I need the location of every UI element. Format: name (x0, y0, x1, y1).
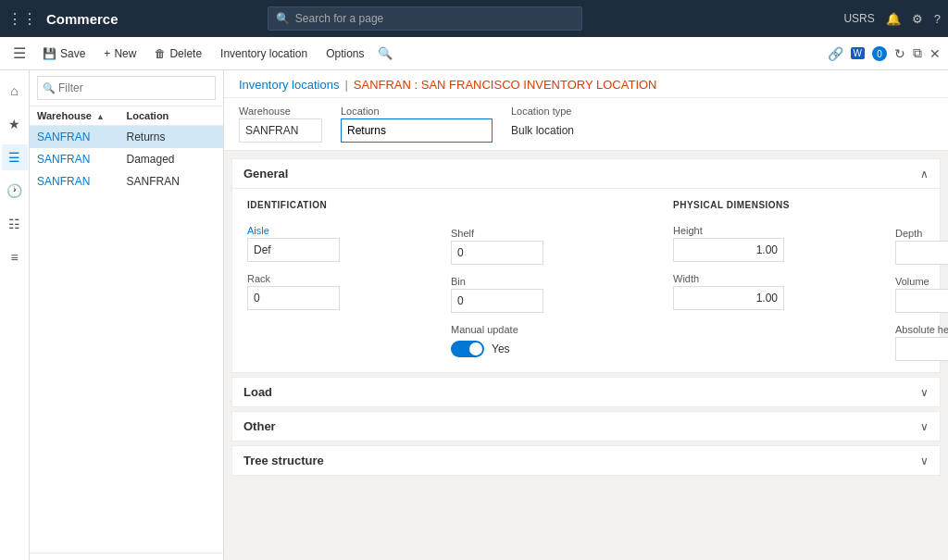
physical-dim-col: PHYSICAL DIMENSIONS Height Width (673, 200, 858, 361)
general-section-header[interactable]: General ∧ (232, 159, 940, 189)
list-scrollbar[interactable] (30, 553, 223, 560)
hamburger-icon[interactable]: ☰ (7, 44, 31, 62)
close-icon[interactable]: ✕ (929, 46, 941, 61)
rack-field: Rack (247, 273, 414, 310)
other-section-header[interactable]: Other ∨ (232, 412, 940, 441)
inventory-location-button[interactable]: Inventory location (213, 41, 315, 67)
username-label: USRS (843, 12, 874, 25)
shelf-bin-col: Shelf Bin Manual update (451, 200, 599, 361)
app-title: Commerce (46, 11, 118, 27)
sections: General ∧ IDENTIFICATION Aisle (224, 151, 948, 483)
sidebar-list-icon[interactable]: ☰ (2, 144, 28, 170)
apps-icon[interactable]: ⋮⋮ (7, 10, 37, 28)
identification-title: IDENTIFICATION (247, 200, 414, 210)
bin-input[interactable] (451, 289, 543, 313)
row-location: Damaged (127, 153, 217, 166)
load-section-header[interactable]: Load ∨ (232, 378, 940, 406)
depth-input[interactable] (895, 241, 948, 265)
new-button[interactable]: + New (96, 41, 143, 67)
absolute-height-label: Absolute height (895, 324, 948, 335)
main-layout: ⌂ ★ ☰ 🕐 ☷ ≡ 🔍 Warehouse ▲ Location SANFR… (0, 70, 948, 560)
list-item[interactable]: SANFRAN Damaged (30, 148, 223, 170)
toggle-value-label: Yes (492, 342, 510, 355)
aisle-label[interactable]: Aisle (247, 225, 414, 236)
load-chevron-icon: ∨ (920, 386, 929, 399)
row-warehouse: SANFRAN (37, 131, 127, 143)
word-icon[interactable]: W (851, 47, 865, 59)
manual-update-field: Manual update Yes (451, 324, 599, 357)
location-input[interactable] (341, 118, 493, 143)
tree-structure-chevron-icon: ∨ (920, 454, 929, 467)
volume-input[interactable] (895, 289, 948, 313)
shelf-label: Shelf (451, 228, 599, 239)
top-bar-right-icons: USRS 🔔 ⚙ ? (843, 12, 941, 26)
help-icon[interactable]: ? (934, 12, 941, 26)
depth-label: Depth (895, 228, 948, 239)
refresh-icon[interactable]: ↻ (894, 46, 905, 61)
open-new-icon[interactable]: ⧉ (913, 45, 922, 61)
aisle-input[interactable] (247, 238, 340, 262)
filter-input[interactable] (37, 76, 216, 100)
absolute-height-field: Absolute height (895, 324, 948, 361)
link-icon[interactable]: 🔗 (828, 46, 843, 61)
row-warehouse: SANFRAN (37, 153, 127, 166)
filter-box: 🔍 (30, 70, 223, 106)
location-type-value: Bulk location (511, 118, 574, 143)
other-section: Other ∨ (231, 411, 941, 442)
tree-structure-section-header[interactable]: Tree structure ∨ (232, 446, 940, 475)
other-title: Other (243, 419, 920, 433)
general-content: IDENTIFICATION Aisle Rack (232, 189, 940, 372)
volume-label: Volume (895, 276, 948, 287)
shelf-field: Shelf (451, 228, 599, 265)
sidebar-lines-icon[interactable]: ≡ (2, 244, 28, 270)
toggle-knob (469, 342, 482, 355)
list-item[interactable]: SANFRAN Returns (30, 126, 223, 148)
detail-panel: Inventory locations | SANFRAN : SAN FRAN… (224, 70, 948, 560)
notifications-icon[interactable]: 🔔 (886, 12, 901, 26)
load-section: Load ∨ (231, 377, 941, 407)
volume-field: Volume (895, 276, 948, 313)
warehouse-value: SANFRAN (239, 118, 322, 143)
general-section: General ∧ IDENTIFICATION Aisle (231, 158, 941, 373)
sidebar-star-icon[interactable]: ★ (2, 111, 28, 137)
breadcrumb-bar: Inventory locations | SANFRAN : SAN FRAN… (224, 70, 948, 98)
rack-label: Rack (247, 273, 414, 284)
save-button[interactable]: 💾 Save (35, 41, 93, 67)
breadcrumb-separator: | (344, 78, 347, 92)
manual-update-label: Manual update (451, 324, 599, 335)
height-field: Height (673, 225, 858, 262)
col1-header[interactable]: Warehouse ▲ (37, 110, 127, 121)
width-input[interactable] (673, 286, 784, 310)
bin-label: Bin (451, 276, 599, 287)
width-field: Width (673, 273, 858, 310)
height-input[interactable] (673, 238, 784, 262)
list-item[interactable]: SANFRAN SANFRAN (30, 170, 223, 193)
warehouse-label: Warehouse (239, 106, 322, 117)
absolute-height-input[interactable] (895, 337, 948, 361)
bin-field: Bin (451, 276, 599, 313)
search-icon: 🔍 (276, 12, 290, 25)
location-type-field: Location type Bulk location (511, 106, 574, 143)
width-label: Width (673, 273, 858, 284)
col2-header: Location (127, 110, 217, 121)
gear-icon[interactable]: ⚙ (912, 12, 923, 26)
sidebar-clock-icon[interactable]: 🕐 (2, 178, 28, 204)
location-label: Location (341, 106, 493, 117)
rack-input[interactable] (247, 286, 340, 310)
global-search[interactable]: 🔍 Search for a page (268, 6, 582, 31)
sort-icon: ▲ (96, 112, 105, 121)
shelf-input[interactable] (451, 241, 543, 265)
delete-icon: 🗑 (155, 47, 166, 60)
breadcrumb-link[interactable]: Inventory locations (239, 78, 339, 92)
breadcrumb: Inventory locations | SANFRAN : SAN FRAN… (239, 78, 933, 92)
other-chevron-icon: ∨ (920, 420, 929, 433)
delete-button[interactable]: 🗑 Delete (147, 41, 209, 67)
sidebar-home-icon[interactable]: ⌂ (2, 78, 28, 104)
search-icon-action[interactable]: 🔍 (378, 46, 393, 60)
badge-icon[interactable]: 0 (872, 45, 887, 62)
manual-update-toggle[interactable] (451, 341, 484, 357)
height-label: Height (673, 225, 858, 236)
options-button[interactable]: Options (318, 41, 371, 67)
sidebar-grid-icon[interactable]: ☷ (2, 211, 28, 237)
new-icon: + (104, 47, 110, 60)
